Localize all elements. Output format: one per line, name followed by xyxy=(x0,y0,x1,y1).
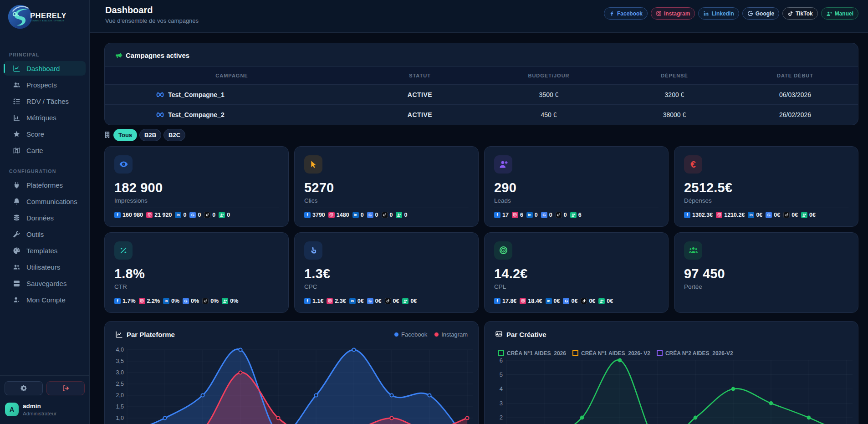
svg-text:2: 2 xyxy=(500,414,503,421)
svg-text:3,5: 3,5 xyxy=(116,358,124,364)
svg-text:4,0: 4,0 xyxy=(116,347,124,353)
svg-text:3,0: 3,0 xyxy=(116,369,124,376)
svg-text:6: 6 xyxy=(500,357,503,364)
svg-text:4: 4 xyxy=(500,385,503,392)
svg-text:3: 3 xyxy=(500,400,503,407)
svg-text:2,0: 2,0 xyxy=(116,392,124,398)
svg-text:1,5: 1,5 xyxy=(116,404,124,410)
svg-text:2,5: 2,5 xyxy=(116,381,124,387)
svg-text:1,0: 1,0 xyxy=(116,415,124,421)
svg-text:5: 5 xyxy=(500,371,503,378)
